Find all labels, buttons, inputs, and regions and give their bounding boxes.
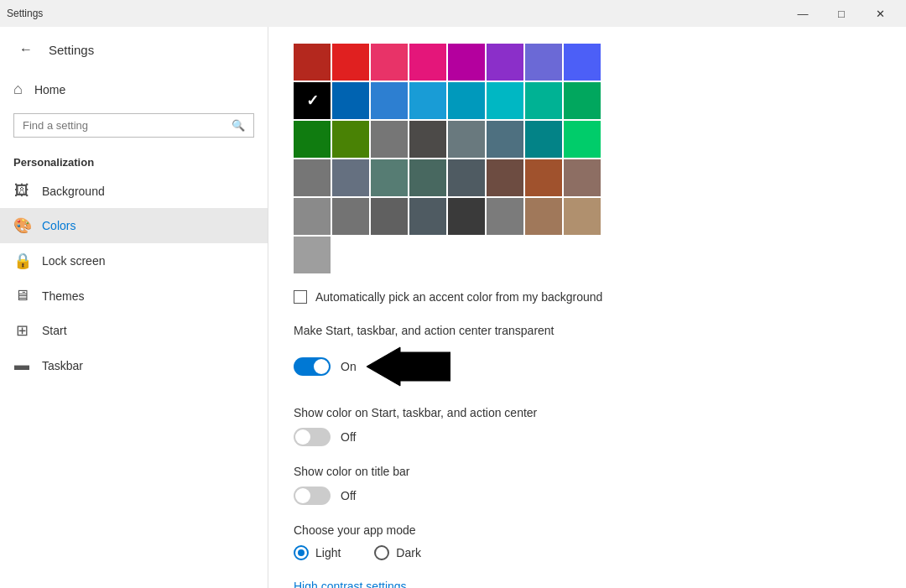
color-swatch-1-2[interactable] xyxy=(371,82,408,119)
maximize-button[interactable]: □ xyxy=(822,0,861,27)
sidebar-app-title: Settings xyxy=(49,43,94,57)
color-swatch-4-3[interactable] xyxy=(409,198,446,235)
transparent-toggle-row: On xyxy=(294,346,881,388)
color-row-1 xyxy=(294,82,881,119)
show-color-taskbar-status: Off xyxy=(341,430,356,444)
color-swatch-4-5[interactable] xyxy=(487,198,523,235)
color-swatch-4-2[interactable] xyxy=(371,198,408,235)
color-row-5 xyxy=(294,237,881,273)
radio-dark-label: Dark xyxy=(396,546,421,559)
color-swatch-1-1[interactable] xyxy=(332,82,369,119)
color-swatch-1-3[interactable] xyxy=(409,82,446,119)
color-swatch-3-3[interactable] xyxy=(409,159,446,196)
color-swatch-0-7[interactable] xyxy=(564,44,601,81)
color-swatch-0-5[interactable] xyxy=(487,44,523,81)
sidebar-item-lock-screen[interactable]: 🔒 Lock screen xyxy=(0,243,268,278)
color-swatch-0-1[interactable] xyxy=(332,44,369,81)
home-icon: ⌂ xyxy=(13,81,23,98)
color-swatch-5-0[interactable] xyxy=(294,237,331,273)
sidebar-item-taskbar[interactable]: ▬ Taskbar xyxy=(0,348,268,382)
search-icon: 🔍 xyxy=(223,114,253,137)
colors-icon: 🎨 xyxy=(13,216,30,235)
radio-dark[interactable]: Dark xyxy=(374,545,421,560)
svg-marker-0 xyxy=(367,347,450,386)
show-color-titlebar-label: Show color on title bar xyxy=(294,465,881,478)
color-swatch-0-2[interactable] xyxy=(371,44,408,81)
color-swatch-2-6[interactable] xyxy=(525,121,562,158)
color-swatch-2-1[interactable] xyxy=(332,121,369,158)
toggle-thumb-3 xyxy=(295,488,310,503)
color-swatch-0-4[interactable] xyxy=(448,44,485,81)
auto-pick-checkbox[interactable] xyxy=(294,290,307,304)
themes-icon: 🖥 xyxy=(13,287,30,304)
color-swatch-1-0[interactable] xyxy=(294,82,331,119)
color-swatch-2-4[interactable] xyxy=(448,121,485,158)
color-swatch-4-7[interactable] xyxy=(564,198,601,235)
minimize-button[interactable]: — xyxy=(784,0,822,27)
show-color-taskbar-label: Show color on Start, taskbar, and action… xyxy=(294,406,881,419)
color-swatch-3-2[interactable] xyxy=(371,159,408,196)
sidebar-item-background[interactable]: 🖼 Background xyxy=(0,174,268,208)
color-swatch-1-5[interactable] xyxy=(487,82,523,119)
color-swatch-3-5[interactable] xyxy=(487,159,523,196)
color-swatch-2-0[interactable] xyxy=(294,121,331,158)
color-swatch-1-6[interactable] xyxy=(525,82,562,119)
color-swatch-2-2[interactable] xyxy=(371,121,408,158)
themes-label: Themes xyxy=(42,289,85,303)
sidebar-item-themes[interactable]: 🖥 Themes xyxy=(0,278,268,313)
color-swatch-0-3[interactable] xyxy=(409,44,446,81)
search-input[interactable] xyxy=(14,114,223,137)
color-swatch-3-7[interactable] xyxy=(564,159,601,196)
titlebar: Settings — □ ✕ xyxy=(0,0,906,27)
color-swatch-2-5[interactable] xyxy=(487,121,523,158)
back-button[interactable]: ← xyxy=(13,37,39,62)
radio-light-label: Light xyxy=(315,546,341,559)
transparent-label: Make Start, taskbar, and action center t… xyxy=(294,324,881,337)
sidebar-item-colors[interactable]: 🎨 Colors xyxy=(0,208,268,243)
color-swatch-4-6[interactable] xyxy=(525,198,562,235)
radio-light-circle xyxy=(294,545,309,560)
color-swatch-1-4[interactable] xyxy=(448,82,485,119)
color-swatch-3-4[interactable] xyxy=(448,159,485,196)
color-swatch-0-0[interactable] xyxy=(294,44,331,81)
sidebar-item-home[interactable]: ⌂ Home xyxy=(0,72,268,107)
search-box: 🔍 xyxy=(13,113,254,138)
high-contrast-link[interactable]: High contrast settings xyxy=(294,580,407,588)
close-button[interactable]: ✕ xyxy=(861,0,899,27)
color-swatch-1-7[interactable] xyxy=(564,82,601,119)
content-area: Automatically pick an accent color from … xyxy=(268,27,906,588)
taskbar-label: Taskbar xyxy=(42,359,83,372)
app-mode-radio-row: Light Dark xyxy=(294,545,881,560)
auto-pick-label: Automatically pick an accent color from … xyxy=(315,290,602,304)
show-color-taskbar-section: Show color on Start, taskbar, and action… xyxy=(294,406,881,446)
show-color-titlebar-section: Show color on title bar Off xyxy=(294,465,881,505)
app-mode-section: Choose your app mode Light Dark xyxy=(294,523,881,560)
color-swatch-2-3[interactable] xyxy=(409,121,446,158)
color-swatch-3-6[interactable] xyxy=(525,159,562,196)
transparent-status: On xyxy=(341,360,357,373)
color-row-0 xyxy=(294,44,881,81)
color-swatch-4-4[interactable] xyxy=(448,198,485,235)
transparent-section: Make Start, taskbar, and action center t… xyxy=(294,324,881,388)
arrow-annotation xyxy=(367,346,450,388)
color-grid xyxy=(294,44,881,273)
color-swatch-4-0[interactable] xyxy=(294,198,331,235)
toggle-thumb-2 xyxy=(295,429,310,445)
color-swatch-4-1[interactable] xyxy=(332,198,369,235)
show-color-titlebar-toggle[interactable] xyxy=(294,487,331,505)
radio-dark-circle xyxy=(374,545,389,560)
start-icon: ⊞ xyxy=(13,321,30,340)
transparent-toggle[interactable] xyxy=(294,357,331,376)
home-label: Home xyxy=(34,83,65,96)
color-swatch-3-1[interactable] xyxy=(332,159,369,196)
color-swatch-3-0[interactable] xyxy=(294,159,331,196)
taskbar-icon: ▬ xyxy=(13,356,30,374)
show-color-taskbar-toggle[interactable] xyxy=(294,428,331,446)
sidebar-header: ← Settings xyxy=(0,27,268,72)
radio-light[interactable]: Light xyxy=(294,545,341,560)
show-color-titlebar-row: Off xyxy=(294,487,881,505)
sidebar-item-start[interactable]: ⊞ Start xyxy=(0,313,268,348)
color-swatch-2-7[interactable] xyxy=(564,121,601,158)
color-row-3 xyxy=(294,159,881,196)
color-swatch-0-6[interactable] xyxy=(525,44,562,81)
